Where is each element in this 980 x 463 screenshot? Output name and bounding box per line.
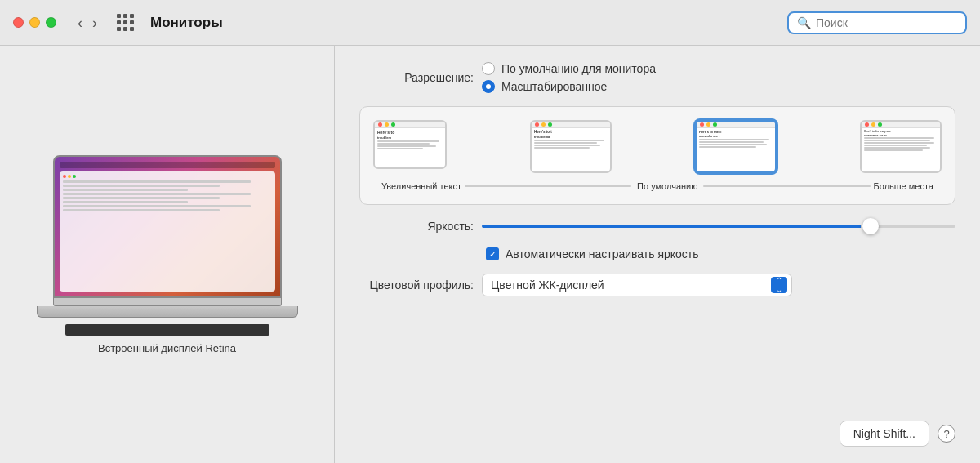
grid-dot <box>117 27 121 31</box>
select-arrow-icon: ⌃⌄ <box>771 277 787 293</box>
checkmark-icon: ✓ <box>489 250 497 259</box>
scale-track-row: Увеличенный текст По умолчанию Больше ме… <box>373 181 942 191</box>
scale-preview-3[interactable]: Here's to the c ones who see t <box>695 120 777 173</box>
scale-label-left: Увеличенный текст <box>381 181 461 191</box>
auto-brightness-checkbox[interactable]: ✓ <box>486 247 499 260</box>
resolution-scaled-radio[interactable] <box>482 80 495 93</box>
macbook-chin <box>53 298 282 306</box>
grid-dot <box>123 27 127 31</box>
traffic-lights <box>13 17 56 28</box>
scale-label-right: Больше места <box>874 181 933 191</box>
resolution-row: Разрешение: По умолчанию для монитора Ма… <box>359 62 956 93</box>
scale-option-1[interactable]: Here's to troublem <box>373 120 447 173</box>
close-button[interactable] <box>13 17 24 28</box>
scale-container: Here's to troublem <box>359 106 956 205</box>
titlebar: ‹ › Мониторы 🔍 <box>0 0 980 46</box>
search-icon: 🔍 <box>797 16 811 29</box>
resolution-scaled-option[interactable]: Масштабированное <box>482 80 656 93</box>
search-input[interactable] <box>816 16 957 29</box>
chevron-icon: ⌃⌄ <box>776 276 782 294</box>
resolution-options: По умолчанию для монитора Масштабированн… <box>482 62 656 93</box>
scale-label-center: По умолчанию <box>635 181 700 191</box>
auto-brightness-row: ✓ Автоматически настраивать яркость <box>486 247 956 260</box>
color-profile-select[interactable]: Цветной ЖК-дисплей <box>482 274 792 296</box>
macbook-container: Встроенный дисплей Retina <box>45 155 290 354</box>
scale-track-line-2 <box>703 185 870 187</box>
night-shift-button[interactable]: Night Shift... <box>840 421 929 447</box>
scale-option-3[interactable]: Here's to the c ones who see t <box>695 120 777 173</box>
scale-preview-1[interactable]: Here's to troublem <box>373 120 447 169</box>
grid-dot <box>130 27 134 31</box>
scale-options: Here's to troublem <box>373 120 942 173</box>
main-content: Встроенный дисплей Retina Разрешение: По… <box>0 46 980 463</box>
scale-track-line <box>465 185 631 187</box>
grid-dot <box>117 20 121 24</box>
help-button[interactable]: ? <box>938 425 956 443</box>
bottom-row: Night Shift... ? <box>359 421 956 447</box>
grid-dot <box>130 20 134 24</box>
color-profile-label: Цветовой профиль: <box>359 278 474 292</box>
back-button[interactable]: ‹ <box>74 14 86 32</box>
macbook-base <box>37 306 298 318</box>
resolution-default-label: По умолчанию для монитора <box>501 62 656 75</box>
resolution-label: Разрешение: <box>359 71 474 84</box>
grid-dot <box>117 14 121 18</box>
app-grid-icon[interactable] <box>117 14 134 31</box>
scale-option-4[interactable]: Here's to the crazy one troublemakers. T… <box>860 120 942 173</box>
right-panel: Разрешение: По умолчанию для монитора Ма… <box>335 46 980 463</box>
window-title: Мониторы <box>150 15 777 31</box>
forward-button[interactable]: › <box>89 14 100 32</box>
macbook-screen <box>53 155 282 298</box>
auto-brightness-label: Автоматически настраивать яркость <box>506 247 699 260</box>
resolution-default-radio[interactable] <box>482 62 495 75</box>
resolution-scaled-label: Масштабированное <box>501 80 607 93</box>
slider-thumb[interactable] <box>862 218 879 234</box>
color-profile-row: Цветовой профиль: Цветной ЖК-дисплей ⌃⌄ <box>359 274 956 296</box>
search-box[interactable]: 🔍 <box>787 11 967 34</box>
brightness-label: Яркость: <box>359 220 474 233</box>
scale-preview-2[interactable]: Here's to t troublema <box>530 120 612 173</box>
display-name: Встроенный дисплей Retina <box>98 342 236 354</box>
grid-dot <box>123 20 127 24</box>
brightness-row: Яркость: <box>359 218 956 234</box>
brightness-slider[interactable] <box>482 218 956 234</box>
color-profile-select-wrapper: Цветной ЖК-дисплей ⌃⌄ <box>482 274 792 296</box>
slider-track <box>482 225 956 228</box>
grid-dot <box>123 14 127 18</box>
minimize-button[interactable] <box>29 17 40 28</box>
display-slider-bar <box>65 324 270 336</box>
resolution-default-option[interactable]: По умолчанию для монитора <box>482 62 656 75</box>
maximize-button[interactable] <box>46 17 56 28</box>
left-panel: Встроенный дисплей Retina <box>0 46 335 463</box>
grid-dot <box>130 14 134 18</box>
nav-buttons: ‹ › <box>74 14 100 32</box>
scale-option-2[interactable]: Here's to t troublema <box>530 120 612 173</box>
scale-preview-4[interactable]: Here's to the crazy one troublemakers. T… <box>860 120 942 173</box>
